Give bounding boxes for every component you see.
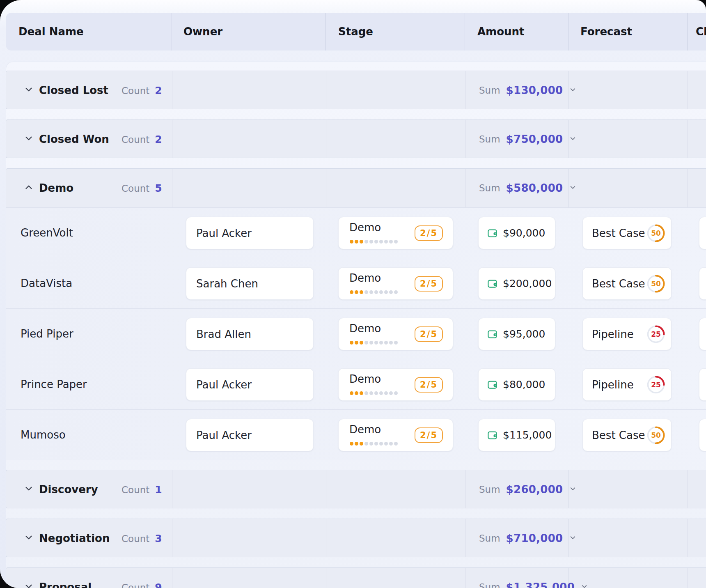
- progress-dot: [389, 391, 393, 395]
- count-label: Count: [121, 484, 149, 495]
- progress-dot: [355, 391, 358, 395]
- progress-dot: [384, 341, 388, 345]
- owner-cell[interactable]: Paul Acker: [186, 217, 314, 249]
- column-header-stage[interactable]: Stage: [338, 13, 373, 51]
- group-sum-dropdown[interactable]: Sum$750,000: [479, 133, 577, 145]
- header-column-divider: [325, 13, 326, 51]
- group-sum-dropdown[interactable]: Sum$580,000: [479, 182, 577, 194]
- group-row[interactable]: DiscoveryCount1Sum$260,000: [6, 470, 706, 509]
- progress-dot: [364, 391, 368, 395]
- group-row[interactable]: Closed LostCount2Sum$130,000: [6, 71, 706, 110]
- sum-value: $750,000: [506, 133, 563, 145]
- sum-label: Sum: [479, 533, 500, 544]
- chevron-down-icon[interactable]: [23, 532, 34, 544]
- forecast-cell[interactable]: Best Case 50: [582, 419, 672, 451]
- stage-name: Demo: [349, 423, 381, 436]
- group-row[interactable]: DemoCount5Sum$580,000: [6, 169, 706, 207]
- stage-name: Demo: [349, 221, 381, 234]
- forecast-label: Best Case: [592, 429, 645, 441]
- stage-progress-dots: [350, 391, 398, 395]
- forecast-cell[interactable]: Best Case 50: [582, 267, 672, 300]
- forecast-progress-ring: 50: [646, 224, 665, 243]
- deal-name-cell[interactable]: DataVista: [21, 277, 72, 289]
- progress-dot: [369, 391, 373, 395]
- sum-value: $580,000: [506, 182, 563, 194]
- group-sum-dropdown[interactable]: Sum$1,325,000: [479, 581, 588, 588]
- stage-cell[interactable]: Demo2/5: [338, 368, 453, 401]
- group-count: Count2: [121, 85, 162, 96]
- progress-dot: [389, 240, 393, 243]
- column-header-cl[interactable]: Cl: [696, 13, 706, 51]
- next-column-cell[interactable]: [699, 217, 706, 249]
- progress-dot: [350, 391, 353, 395]
- chevron-down-icon[interactable]: [23, 581, 34, 588]
- amount-value: $80,000: [503, 379, 545, 390]
- stage-cell[interactable]: Demo2/5: [338, 267, 453, 300]
- forecast-cell[interactable]: Best Case 50: [582, 217, 672, 249]
- group-row[interactable]: ProposalCount9Sum$1,325,000: [6, 568, 706, 588]
- next-column-cell[interactable]: [699, 318, 706, 350]
- stage-cell[interactable]: Demo2/5: [338, 419, 453, 451]
- amount-cell[interactable]: $95,000: [478, 318, 555, 350]
- column-header-forecast[interactable]: Forecast: [580, 13, 632, 51]
- amount-cell[interactable]: $90,000: [478, 217, 555, 249]
- wallet-icon: [487, 328, 498, 340]
- group-sum-dropdown[interactable]: Sum$710,000: [479, 532, 577, 544]
- count-label: Count: [121, 134, 149, 145]
- progress-dot: [394, 391, 398, 395]
- progress-dot: [379, 290, 383, 294]
- count-value: 2: [155, 133, 162, 145]
- table-row: Prince PaperPaul AckerDemo2/5 $80,000Pip…: [6, 359, 706, 409]
- chevron-up-icon[interactable]: [23, 182, 34, 194]
- owner-cell[interactable]: Paul Acker: [186, 368, 314, 401]
- group-row[interactable]: NegotiationCount3Sum$710,000: [6, 519, 706, 558]
- amount-value: $115,000: [503, 429, 552, 441]
- stage-cell[interactable]: Demo2/5: [338, 318, 453, 350]
- deal-name-cell[interactable]: Prince Paper: [21, 378, 87, 390]
- group-count: Count1: [121, 484, 162, 496]
- forecast-cell[interactable]: Pipeline 25: [582, 368, 672, 401]
- stage-cell[interactable]: Demo2/5: [338, 217, 453, 249]
- group-name: Proposal: [39, 581, 92, 588]
- progress-dot: [360, 442, 363, 446]
- chevron-down-icon[interactable]: [23, 84, 34, 96]
- deal-name-cell[interactable]: GreenVolt: [21, 227, 73, 239]
- column-header-owner[interactable]: Owner: [183, 13, 222, 51]
- stage-name: Demo: [349, 272, 381, 284]
- owner-cell[interactable]: Sarah Chen: [186, 267, 314, 300]
- table-row: MumosoPaul AckerDemo2/5 $115,000Best Cas…: [6, 409, 706, 460]
- group-count: Count3: [121, 533, 162, 544]
- forecast-cell[interactable]: Pipeline 25: [582, 318, 672, 350]
- forecast-value: 50: [646, 426, 665, 445]
- chevron-down-icon[interactable]: [23, 133, 34, 145]
- stage-name: Demo: [349, 322, 381, 335]
- sum-label: Sum: [479, 85, 500, 96]
- progress-dot: [369, 442, 373, 446]
- deal-name-cell[interactable]: Mumoso: [21, 429, 66, 441]
- owner-cell[interactable]: Brad Allen: [186, 318, 314, 350]
- amount-cell[interactable]: $115,000: [478, 419, 555, 451]
- chevron-down-icon[interactable]: [23, 483, 34, 496]
- column-header-deal-name[interactable]: Deal Name: [18, 13, 84, 51]
- stage-progress-dots: [350, 341, 398, 345]
- amount-cell[interactable]: $80,000: [478, 368, 555, 401]
- progress-dot: [379, 240, 383, 243]
- column-header-amount[interactable]: Amount: [477, 13, 525, 51]
- progress-dot: [369, 341, 373, 345]
- next-column-cell[interactable]: [699, 368, 706, 401]
- owner-cell[interactable]: Paul Acker: [186, 419, 314, 451]
- amount-cell[interactable]: $200,000: [478, 267, 555, 300]
- group-sum-dropdown[interactable]: Sum$260,000: [479, 483, 577, 496]
- count-value: 2: [155, 85, 162, 96]
- group-row[interactable]: Closed WonCount2Sum$750,000: [6, 120, 706, 158]
- forecast-label: Best Case: [592, 278, 645, 290]
- chevron-down-icon: [569, 485, 577, 494]
- chevron-down-icon: [569, 184, 577, 193]
- deal-name-cell[interactable]: Pied Piper: [21, 328, 73, 340]
- next-column-cell[interactable]: [699, 267, 706, 300]
- group-section-proposal: ProposalCount9Sum$1,325,000: [6, 567, 706, 588]
- forecast-progress-ring: 25: [646, 325, 665, 344]
- next-column-cell[interactable]: [699, 419, 706, 451]
- group-sum-dropdown[interactable]: Sum$130,000: [479, 84, 577, 96]
- header-column-divider: [687, 13, 688, 51]
